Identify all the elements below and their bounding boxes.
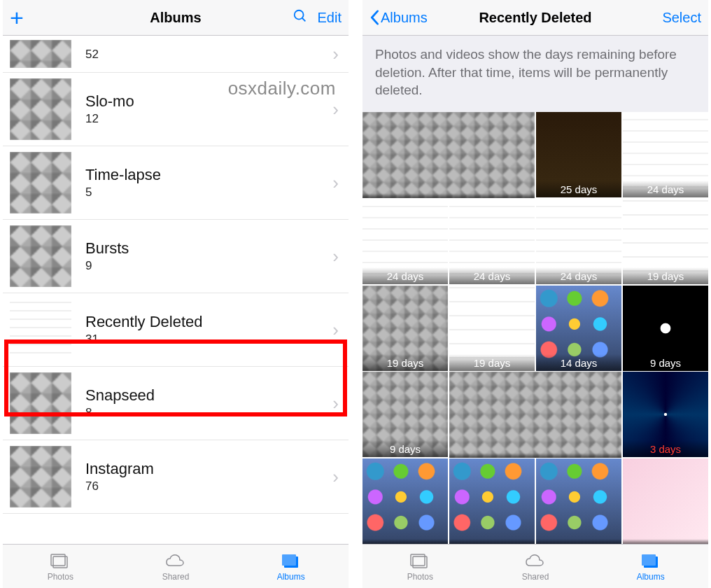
tab-label: Shared xyxy=(162,572,190,582)
select-button[interactable]: Select xyxy=(662,10,701,26)
photo-cell[interactable]: 19 days xyxy=(362,286,448,371)
svg-line-1 xyxy=(302,18,305,22)
photo-cell[interactable]: 14 days xyxy=(536,286,621,371)
photo-cell[interactable] xyxy=(362,458,448,544)
tab-bar: Photos Shared Albums xyxy=(362,544,708,588)
albums-list[interactable]: osxdaily.com 52 › Slo-mo 12 › Time xyxy=(3,36,349,544)
album-count: 5 xyxy=(85,186,161,200)
days-label xyxy=(536,539,621,544)
chevron-right-icon: › xyxy=(332,466,339,488)
svg-point-0 xyxy=(294,10,303,20)
days-label: 3 days xyxy=(623,440,708,457)
photo-cell[interactable]: 24 days xyxy=(536,199,621,284)
tab-shared[interactable]: Shared xyxy=(118,545,234,588)
tab-label: Shared xyxy=(522,572,549,582)
album-row-recently-deleted[interactable]: Recently Deleted 31 › xyxy=(3,293,349,367)
days-label xyxy=(362,539,448,544)
album-count: 76 xyxy=(85,479,154,493)
days-label xyxy=(623,539,708,544)
search-icon[interactable] xyxy=(293,8,308,27)
days-label: 25 days xyxy=(536,181,621,197)
album-count: 31 xyxy=(85,332,203,346)
photo-cell[interactable]: 19 days xyxy=(623,199,708,284)
days-label: 24 days xyxy=(362,267,448,284)
album-row-bursts[interactable]: Bursts 9 › xyxy=(3,220,349,293)
days-label: 14 days xyxy=(536,354,621,371)
album-thumb xyxy=(10,78,71,140)
photo-cell[interactable]: 9 days xyxy=(623,286,708,371)
albums-title: Albums xyxy=(150,10,201,26)
photo-grid[interactable]: 25 days 24 days 24 days 24 days 24 days … xyxy=(362,112,708,544)
album-title: Recently Deleted xyxy=(85,313,203,331)
days-label: 9 days xyxy=(362,440,448,457)
chevron-right-icon: › xyxy=(332,99,339,120)
tab-label: Photos xyxy=(48,572,73,582)
album-thumb xyxy=(10,446,71,507)
tab-shared[interactable]: Shared xyxy=(478,545,593,588)
album-count: 8 xyxy=(85,406,155,420)
album-thumb xyxy=(10,372,71,434)
album-row-timelapse[interactable]: Time-lapse 5 › xyxy=(3,146,349,220)
days-label xyxy=(449,453,621,458)
album-thumb xyxy=(10,152,71,214)
days-label xyxy=(449,539,535,544)
edit-button[interactable]: Edit xyxy=(318,10,342,26)
tab-bar: Photos Shared Albums xyxy=(3,544,349,588)
days-label: 24 days xyxy=(623,181,708,197)
photo-cell[interactable]: 3 days xyxy=(623,372,708,457)
photo-cell[interactable] xyxy=(623,458,708,544)
photo-cell[interactable] xyxy=(449,458,535,544)
album-count: 12 xyxy=(85,112,134,126)
back-label: Albums xyxy=(381,10,428,26)
album-count: 9 xyxy=(85,259,129,273)
tab-label: Albums xyxy=(637,572,665,582)
days-label: 19 days xyxy=(362,354,448,371)
info-text: Photos and videos show the days remainin… xyxy=(362,36,708,112)
tab-photos[interactable]: Photos xyxy=(3,545,118,588)
photo-cell[interactable]: 24 days xyxy=(362,199,448,284)
album-row[interactable]: 52 › xyxy=(3,36,349,73)
detail-title: Recently Deleted xyxy=(479,10,591,26)
tab-label: Albums xyxy=(277,572,305,582)
days-label: 19 days xyxy=(623,267,708,284)
album-thumb xyxy=(10,225,71,287)
days-label: 19 days xyxy=(449,354,535,371)
albums-header: + Albums Edit xyxy=(3,0,349,36)
svg-rect-5 xyxy=(282,554,296,566)
recently-deleted-screen: Albums Recently Deleted Select Photos an… xyxy=(362,0,708,588)
chevron-right-icon: › xyxy=(332,43,339,65)
photo-cell[interactable]: 24 days xyxy=(623,112,708,197)
chevron-right-icon: › xyxy=(332,172,339,194)
days-label xyxy=(362,193,535,198)
album-title: Bursts xyxy=(85,239,129,258)
back-button[interactable]: Albums xyxy=(369,10,428,26)
album-count: 52 xyxy=(85,48,99,62)
detail-header: Albums Recently Deleted Select xyxy=(362,0,708,36)
svg-rect-9 xyxy=(642,554,656,566)
album-thumb xyxy=(10,299,71,360)
chevron-right-icon: › xyxy=(332,246,339,267)
album-title: Time-lapse xyxy=(85,166,161,184)
photo-cell[interactable]: 25 days xyxy=(536,112,621,197)
photo-cell[interactable]: 9 days xyxy=(362,372,448,457)
photo-cell[interactable]: 19 days xyxy=(449,286,535,371)
album-title: Slo-mo xyxy=(85,92,134,111)
tab-albums[interactable]: Albums xyxy=(593,545,708,588)
days-label: 9 days xyxy=(623,354,708,371)
album-title: Snapseed xyxy=(85,386,155,405)
tab-label: Photos xyxy=(407,572,433,582)
photo-cell[interactable]: 24 days xyxy=(449,199,535,284)
albums-screen: + Albums Edit osxdaily.com 52 › xyxy=(3,0,349,588)
album-row-slomo[interactable]: Slo-mo 12 › xyxy=(3,73,349,146)
album-row-instagram[interactable]: Instagram 76 › xyxy=(3,440,349,514)
days-label: 24 days xyxy=(449,267,535,284)
album-title: Instagram xyxy=(85,460,154,478)
photo-cell[interactable] xyxy=(536,458,621,544)
tab-photos[interactable]: Photos xyxy=(362,545,478,588)
tab-albums[interactable]: Albums xyxy=(233,545,349,588)
photo-cell[interactable] xyxy=(362,112,535,198)
photo-cell[interactable] xyxy=(449,372,621,458)
days-label: 24 days xyxy=(536,267,621,284)
album-row-snapseed[interactable]: Snapseed 8 › xyxy=(3,367,349,440)
add-album-button[interactable]: + xyxy=(10,6,24,29)
